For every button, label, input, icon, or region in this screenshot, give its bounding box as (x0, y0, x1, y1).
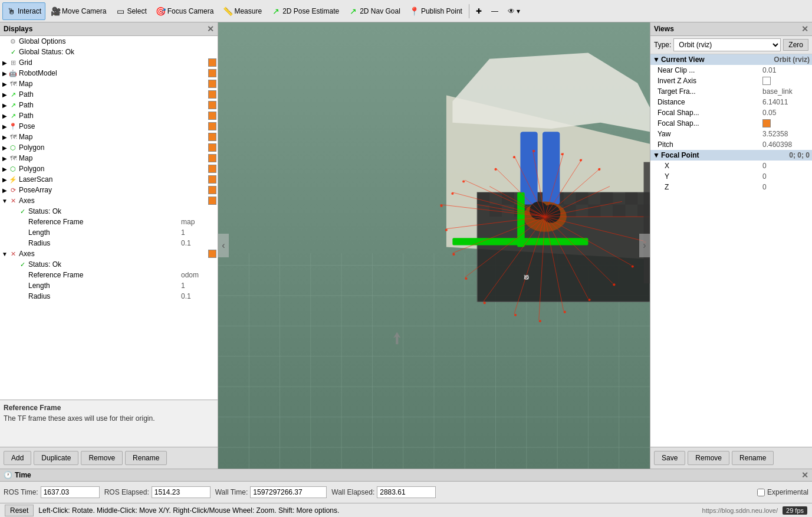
remove-button[interactable]: Remove (81, 451, 123, 465)
tree-item-checkbox[interactable] (208, 122, 216, 130)
tree-item[interactable]: ▶⬡Polygon (0, 142, 218, 153)
tree-arrow-icon[interactable]: ▼ (1, 198, 8, 204)
plus-button[interactable]: ✚ (472, 2, 486, 20)
tree-item[interactable]: ▶🗺Map (0, 78, 218, 89)
vtree-pitch-row[interactable]: Pitch 0.460398 (650, 139, 812, 150)
tree-item[interactable]: ▶↗Path (0, 110, 218, 121)
tree-item[interactable]: ▶⬡Polygon (0, 163, 218, 174)
tree-item[interactable]: ▶↗Path (0, 100, 218, 110)
tree-item[interactable]: ▼✕Axes (0, 248, 218, 259)
tree-item-checkbox[interactable] (208, 143, 216, 152)
vtree-focal-shape1-row[interactable]: Focal Shap... 0.05 (650, 107, 812, 118)
measure-button[interactable]: 📏 Measure (219, 2, 266, 20)
select-button[interactable]: ▭ Select (111, 2, 150, 20)
vtree-distance-row[interactable]: Distance 6.14011 (650, 97, 812, 107)
tree-arrow-icon[interactable]: ▶ (1, 123, 8, 130)
tree-item[interactable]: ▶↗Path (0, 89, 218, 100)
pose-estimate-button[interactable]: ↗ 2D Pose Estimate (267, 2, 343, 20)
vtree-focal-point-section[interactable]: ▼ Focal Point 0; 0; 0 (650, 150, 812, 161)
ros-time-input[interactable] (41, 486, 100, 498)
reset-button[interactable]: Reset (5, 505, 34, 516)
tree-item-checkbox[interactable] (208, 58, 216, 67)
interact-button[interactable]: 🖱 Interact (2, 2, 45, 20)
tree-arrow-icon[interactable]: ▶ (1, 70, 8, 77)
tree-item-checkbox[interactable] (208, 133, 216, 141)
publish-point-button[interactable]: 📍 Publish Point (406, 2, 466, 20)
tree-item[interactable]: Length1 (0, 280, 218, 291)
views-type-select[interactable]: Orbit (rviz) FPS (rviz) TopDownOrtho (rv… (673, 38, 781, 51)
time-close-button[interactable]: ✕ (801, 470, 808, 480)
vtree-y-row[interactable]: Y 0 (650, 171, 812, 182)
displays-close-button[interactable]: ✕ (207, 24, 214, 34)
tree-item-checkbox[interactable] (208, 90, 216, 99)
tree-item-checkbox[interactable] (208, 165, 216, 173)
viewport-canvas[interactable]: ‹ › (218, 22, 650, 469)
tree-arrow-icon[interactable]: ▶ (1, 187, 8, 194)
minus-button[interactable]: — (487, 2, 502, 20)
tree-item[interactable]: ▶🗺Map (0, 153, 218, 163)
viewport-scroll-right[interactable]: › (639, 234, 650, 257)
tree-arrow-icon[interactable]: ▶ (1, 60, 8, 66)
tree-item[interactable]: ⚙Global Options (0, 36, 218, 47)
vtree-x-row[interactable]: X 0 (650, 161, 812, 171)
tree-item-checkbox[interactable] (208, 197, 216, 205)
tree-item-checkbox[interactable] (208, 112, 216, 120)
tree-arrow-icon[interactable]: ▶ (1, 155, 8, 162)
vtree-focal-shape2-row[interactable]: Focal Shap... (650, 118, 812, 129)
move-camera-button[interactable]: 🎥 Move Camera (47, 2, 110, 20)
tree-item-checkbox[interactable] (208, 101, 216, 109)
vtree-target-frame-row[interactable]: Target Fra... base_link (650, 86, 812, 97)
viewport-scroll-left[interactable]: ‹ (218, 234, 229, 257)
eye-button[interactable]: 👁 ▾ (504, 2, 524, 20)
tree-item-checkbox[interactable] (208, 186, 216, 194)
vtree-near-clip-row[interactable]: Near Clip ... 0.01 (650, 65, 812, 76)
vtree-invert-z-row[interactable]: Invert Z Axis (650, 76, 812, 86)
vtree-focal-shape2-checkbox[interactable] (762, 119, 771, 127)
tree-item[interactable]: ▶⟳PoseArray (0, 185, 218, 195)
wall-elapsed-input[interactable] (377, 486, 436, 498)
vtree-invert-z-checkbox[interactable] (762, 77, 771, 85)
views-remove-button[interactable]: Remove (688, 451, 729, 465)
wall-time-input[interactable] (250, 486, 327, 498)
nav-goal-button[interactable]: ↗ 2D Nav Goal (344, 2, 405, 20)
vtree-yaw-row[interactable]: Yaw 3.52358 (650, 129, 812, 139)
tree-item[interactable]: ▶🗺Map (0, 132, 218, 142)
tree-item[interactable]: ✓Global Status: Ok (0, 47, 218, 57)
vtree-z-row[interactable]: Z 0 (650, 182, 812, 192)
tree-item[interactable]: ✓Status: Ok (0, 259, 218, 270)
tree-item[interactable]: ▶📍Pose (0, 121, 218, 132)
tree-arrow-icon[interactable]: ▶ (1, 113, 8, 119)
tree-item[interactable]: Length1 (0, 227, 218, 238)
tree-item-checkbox[interactable] (208, 250, 216, 258)
tree-item[interactable]: Reference Frameodom (0, 270, 218, 280)
tree-item-checkbox[interactable] (208, 80, 216, 88)
add-button[interactable]: Add (4, 451, 31, 465)
tree-item-checkbox[interactable] (208, 175, 216, 184)
tree-item-checkbox[interactable] (208, 154, 216, 162)
viewport[interactable]: ‹ › (218, 22, 650, 469)
tree-arrow-icon[interactable]: ▶ (1, 134, 8, 140)
displays-tree[interactable]: ⚙Global Options ✓Global Status: Ok▶⊞Grid… (0, 36, 218, 400)
tree-arrow-icon[interactable]: ▶ (1, 166, 8, 172)
rename-button[interactable]: Rename (125, 451, 167, 465)
tree-item[interactable]: ✓Status: Ok (0, 206, 218, 217)
tree-arrow-icon[interactable]: ▶ (1, 81, 8, 87)
views-save-button[interactable]: Save (654, 451, 685, 465)
tree-arrow-icon[interactable]: ▶ (1, 102, 8, 109)
views-zero-button[interactable]: Zero (783, 39, 808, 51)
tree-item[interactable]: Radius0.1 (0, 238, 218, 248)
focus-camera-button[interactable]: 🎯 Focus Camera (152, 2, 218, 20)
tree-item[interactable]: ▼✕Axes (0, 195, 218, 206)
tree-item[interactable]: ▶⚡LaserScan (0, 174, 218, 185)
tree-arrow-icon[interactable]: ▶ (1, 176, 8, 183)
views-rename-button[interactable]: Rename (732, 451, 774, 465)
experimental-checkbox[interactable] (757, 489, 765, 496)
tree-item[interactable]: ▶⊞Grid (0, 57, 218, 68)
duplicate-button[interactable]: Duplicate (34, 451, 78, 465)
ros-elapsed-input[interactable] (152, 486, 211, 498)
views-close-button[interactable]: ✕ (801, 24, 808, 34)
tree-arrow-icon[interactable]: ▶ (1, 145, 8, 151)
tree-item-checkbox[interactable] (208, 69, 216, 77)
tree-item[interactable]: Radius0.1 (0, 291, 218, 302)
tree-item[interactable]: Reference Framemap (0, 217, 218, 227)
